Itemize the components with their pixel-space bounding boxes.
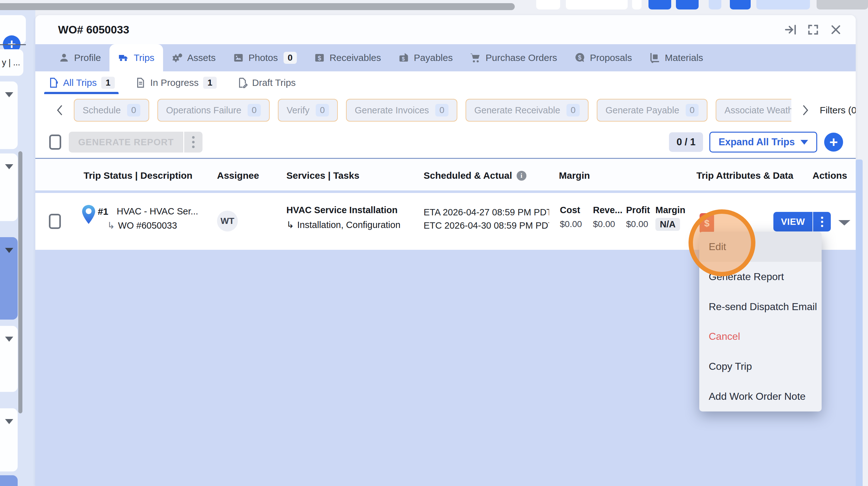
add-trip-button[interactable]: +: [824, 133, 843, 151]
chip-label: Schedule: [83, 105, 121, 116]
generate-report-label[interactable]: GENERATE REPORT: [69, 132, 184, 152]
status-chip-verify[interactable]: Verify 0: [278, 99, 338, 121]
tab-label: Payables: [414, 52, 453, 63]
close-icon[interactable]: [829, 22, 843, 37]
sub-arrow-icon: ↳: [107, 221, 115, 231]
screen: + y | ... WO# 6050033: [0, 0, 868, 486]
fullscreen-icon[interactable]: [806, 22, 820, 37]
menu-item-cancel[interactable]: Cancel: [699, 321, 822, 351]
chevron-down-icon[interactable]: [5, 92, 13, 97]
status-chip-generate-invoices[interactable]: Generate Invoices 0: [346, 99, 457, 121]
sidebar-divider: [0, 44, 26, 45]
status-chip-operations-failure[interactable]: Operations Failure 0: [157, 99, 270, 121]
chip-label: Generate Receivable: [474, 105, 560, 116]
trip-number: #1: [98, 206, 108, 217]
trip-work-order[interactable]: ↳WO #6050033: [107, 220, 177, 231]
tab-profile[interactable]: Profile: [50, 44, 110, 72]
sidebar-card[interactable]: [0, 326, 18, 392]
tab-payables[interactable]: $ Payables: [390, 44, 461, 72]
chevron-down-icon[interactable]: [5, 248, 13, 253]
tab-label: Trips: [134, 52, 155, 63]
subtab-in-progress[interactable]: In Progress 1: [131, 72, 220, 94]
row-kebab-menu-icon[interactable]: [813, 212, 831, 231]
partial-top-button[interactable]: [566, 0, 628, 9]
row-checkbox[interactable]: [49, 214, 61, 229]
status-chip-generate-receivable[interactable]: Generate Receivable 0: [466, 99, 589, 121]
subtab-all-trips[interactable]: All Trips 1: [44, 72, 119, 94]
chevron-down-icon[interactable]: [5, 419, 13, 424]
status-chip-associate[interactable]: Associate Weath: [716, 99, 792, 121]
tab-photos[interactable]: Photos 0: [224, 44, 305, 72]
tab-label: Purchase Orders: [486, 52, 557, 63]
photo-icon: [233, 52, 244, 63]
table-header-row: Trip Status | Description Assignee Servi…: [35, 159, 856, 191]
col-scheduled-actual-label: Scheduled & Actual: [424, 170, 512, 181]
sidebar-card[interactable]: [0, 408, 18, 471]
select-all-checkbox[interactable]: [49, 135, 61, 150]
info-icon[interactable]: i: [517, 171, 526, 181]
sidebar-partial-card[interactable]: y | ...: [0, 49, 23, 76]
eta-value: ETA 2026-04-27 08:59 PM PDT: [424, 206, 549, 219]
sidebar-scrollbar[interactable]: [18, 151, 22, 413]
tab-trips[interactable]: Trips: [110, 44, 163, 72]
filters-control[interactable]: Filters (0) ✕: [820, 104, 856, 117]
partial-top-button[interactable]: [649, 0, 671, 9]
etc-value: ETC 2026-04-30 08:59 PM PDT: [424, 219, 549, 232]
sidebar-card-selected[interactable]: [0, 475, 18, 486]
partial-top-button[interactable]: [709, 0, 721, 9]
menu-item-add-work-order-note[interactable]: Add Work Order Note: [699, 381, 822, 411]
tab-label: Assets: [187, 52, 216, 63]
view-button[interactable]: VIEW: [773, 212, 831, 231]
tab-label: Profile: [74, 52, 101, 63]
subtab-count-badge: 1: [101, 77, 115, 89]
subtab-draft-trips[interactable]: Draft Trips: [233, 72, 299, 94]
view-button-label[interactable]: VIEW: [773, 212, 813, 231]
sidebar-card-selected[interactable]: [0, 237, 18, 320]
click-indicator-ring: [688, 209, 755, 276]
row-expand-chevron-icon[interactable]: [838, 220, 850, 226]
partial-top-button[interactable]: [536, 0, 560, 9]
caret-down-icon: [801, 140, 808, 145]
generate-report-button[interactable]: GENERATE REPORT: [69, 132, 203, 152]
chevron-down-icon[interactable]: [5, 337, 13, 342]
titlebar: WO# 6050033: [35, 15, 856, 44]
chevron-left-icon[interactable]: [54, 103, 66, 117]
tab-receivables[interactable]: $ Receivables: [305, 44, 390, 72]
task-list: ↳Installation, Configuration: [286, 220, 401, 230]
vertical-scrollbar[interactable]: [856, 160, 863, 486]
subtab-label: In Progress: [150, 77, 198, 88]
dock-right-icon[interactable]: [783, 22, 798, 37]
svg-text:$: $: [578, 54, 582, 61]
chevron-right-icon[interactable]: [800, 103, 811, 117]
kebab-menu-icon[interactable]: [184, 132, 203, 152]
partial-top-button[interactable]: [730, 0, 751, 9]
partial-top-button[interactable]: [676, 0, 699, 9]
revenue-value: $0.00: [593, 219, 623, 229]
status-chip-schedule[interactable]: Schedule 0: [74, 99, 149, 121]
sidebar-card[interactable]: [0, 153, 18, 221]
filters-label: Filters (0): [820, 105, 856, 116]
trip-description[interactable]: HVAC - HVAC Ser...: [117, 206, 198, 217]
tab-materials[interactable]: Materials: [641, 44, 712, 72]
sidebar-partial-label: y | ...: [2, 58, 20, 67]
selection-count: 0 / 1: [669, 132, 703, 152]
partial-top-button[interactable]: [756, 0, 810, 9]
menu-item-copy-trip[interactable]: Copy Trip: [699, 351, 822, 381]
gears-icon: [172, 52, 183, 63]
tab-assets[interactable]: Assets: [163, 44, 224, 72]
menu-item-resend-dispatch-email[interactable]: Re-send Dispatch Email: [699, 292, 822, 322]
margin-profit: Profit $0.00: [626, 205, 650, 229]
assignee-avatar[interactable]: WT: [217, 211, 238, 231]
partial-top-button[interactable]: [816, 0, 868, 9]
chip-count: 0: [248, 104, 261, 117]
chip-label: Verify: [287, 105, 310, 116]
status-chip-generate-payable[interactable]: Generate Payable 0: [597, 99, 708, 121]
tab-purchase-orders[interactable]: Purchase Orders: [461, 44, 565, 72]
partial-top-button[interactable]: [632, 0, 642, 9]
expand-all-trips-button[interactable]: Expand All Trips: [709, 132, 817, 152]
horizontal-scrollbar[interactable]: [0, 3, 515, 10]
sidebar-card[interactable]: [0, 82, 18, 149]
subtab-count-badge: 1: [203, 77, 217, 89]
chevron-down-icon[interactable]: [5, 164, 13, 169]
tab-proposals[interactable]: $ Proposals: [565, 44, 640, 72]
